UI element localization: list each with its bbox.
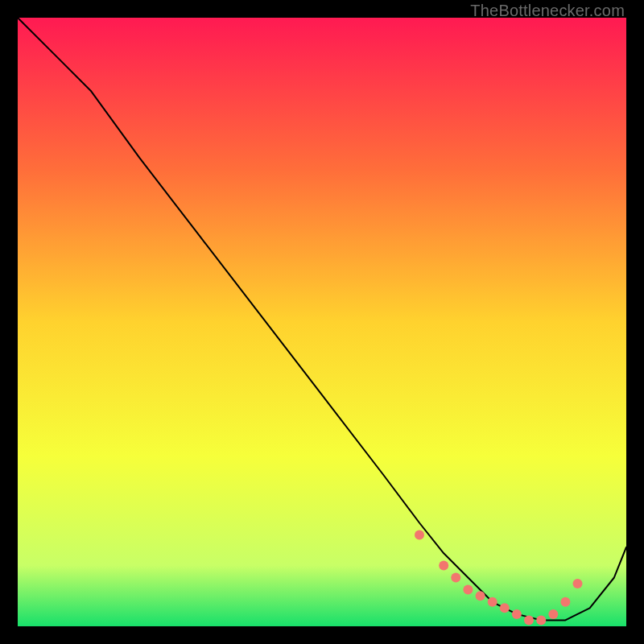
marker-dot xyxy=(524,615,534,625)
chart-background xyxy=(18,18,626,626)
marker-dot xyxy=(439,560,448,570)
chart-stage: TheBottlenecker.com xyxy=(0,0,644,644)
bottleneck-chart xyxy=(18,18,626,626)
marker-dot xyxy=(476,591,485,601)
marker-dot xyxy=(560,597,570,607)
marker-dot xyxy=(548,609,558,619)
marker-dot xyxy=(488,597,497,607)
marker-dot xyxy=(512,609,522,619)
marker-dot xyxy=(500,603,510,613)
marker-dot xyxy=(536,615,546,625)
marker-dot xyxy=(451,573,460,583)
marker-dot xyxy=(415,530,424,540)
marker-dot xyxy=(573,579,583,588)
marker-dot xyxy=(463,585,473,595)
